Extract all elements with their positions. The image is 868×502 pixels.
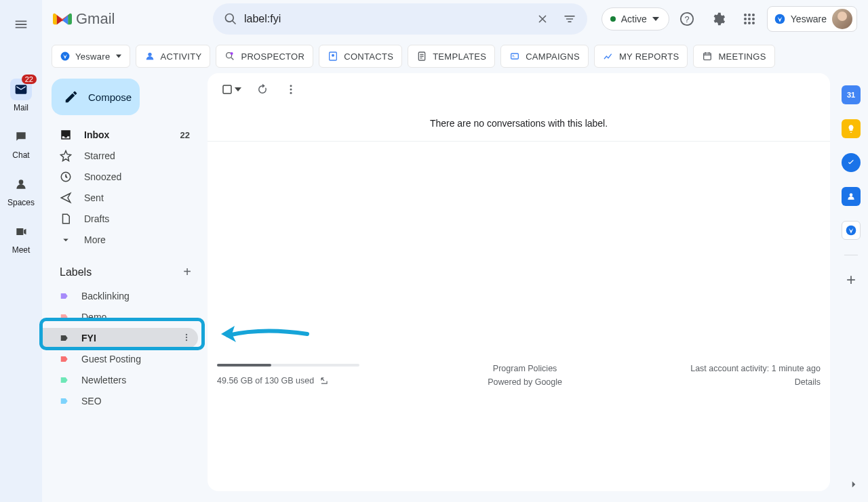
main-menu-button[interactable] [5,8,37,41]
chevron-down-icon [652,16,659,22]
status-label: Active [621,14,647,24]
search-input[interactable] [244,13,529,25]
label-item-seo[interactable]: SEO [42,391,198,411]
campaigns-button[interactable]: CAMPAIGNS [500,45,589,68]
chip-label: PROSPECTOR [241,51,304,62]
hamburger-icon [14,17,28,32]
sent-icon [60,192,72,204]
more-vert-icon [285,83,297,96]
nav-inbox[interactable]: Inbox 22 [42,125,198,145]
rail-item-meet[interactable]: Meet [0,221,42,255]
label-item-fyi[interactable]: FYI [42,328,198,348]
storage-text: 49.56 GB of 130 GB used [217,376,314,385]
nav-sent[interactable]: Sent [42,188,198,208]
svg-point-6 [748,18,751,20]
open-external-icon[interactable] [319,376,329,385]
svg-point-23 [186,336,187,337]
yesware-icon [60,51,70,61]
gmail-logo[interactable]: Gmail [53,10,208,28]
label-item-newletters[interactable]: Newletters [42,370,198,390]
rail-label: Mail [14,103,28,112]
chevron-down-icon [116,54,121,59]
nav-label: More [84,234,106,245]
label-name: Backlinking [81,291,130,301]
label-name: Guest Posting [81,354,141,364]
inbox-count: 22 [180,130,190,140]
yesware-logo-icon [774,14,785,24]
svg-point-29 [850,193,853,196]
meetings-button[interactable]: MEETINGS [693,45,774,68]
keep-icon [846,124,856,133]
account-avatar[interactable] [832,9,852,29]
tasks-app-button[interactable] [842,153,861,172]
label-tag-icon [60,354,69,364]
label-more-button[interactable] [182,333,191,344]
rail-item-spaces[interactable]: Spaces [0,173,42,207]
settings-button[interactable] [705,5,732,33]
more-actions-button[interactable] [279,78,302,101]
program-policies-link[interactable]: Program Policies [493,364,557,373]
prospector-icon [224,51,235,62]
chevron-down-icon [235,86,241,93]
chip-label: CONTACTS [344,51,393,62]
svg-point-30 [846,226,856,236]
my-reports-button[interactable]: MY REPORTS [594,45,688,68]
svg-rect-20 [704,53,711,60]
status-chip[interactable]: Active [601,7,669,30]
activity-icon [144,51,155,62]
powered-by-text: Powered by Google [488,377,562,387]
collapse-panel-button[interactable] [848,478,860,493]
keep-app-button[interactable] [842,119,861,138]
yesware-menu-button[interactable]: Yesware [52,45,130,68]
nav-label: Drafts [84,213,109,224]
nav-label: Sent [84,192,104,203]
add-label-button[interactable]: + [183,264,191,280]
label-tag-icon [60,396,69,406]
prospector-button[interactable]: PROSPECTOR [216,45,313,68]
nav-starred[interactable]: Starred [42,146,198,166]
svg-point-28 [290,91,292,93]
nav-drafts[interactable]: Drafts [42,209,198,229]
compose-button[interactable]: Compose [52,79,140,115]
label-tag-icon [60,375,69,385]
rail-label: Meet [12,245,31,255]
contacts-button[interactable]: CONTACTS [319,45,402,68]
yesware-account-chip[interactable]: Yesware [767,6,857,32]
checkbox-icon [221,83,233,96]
clear-search-button[interactable] [529,5,556,33]
svg-point-12 [61,52,70,61]
select-all-checkbox[interactable] [217,79,245,100]
yesware-brand-label: Yesware [791,14,827,24]
label-item-backlinking[interactable]: Backlinking [42,286,198,306]
rail-item-chat[interactable]: Chat [0,126,42,160]
rail-item-mail[interactable]: 22 Mail [0,79,42,112]
storage-bar [217,364,359,367]
search-bar[interactable] [213,3,587,35]
campaigns-icon [509,51,520,62]
nav-more[interactable]: More [42,230,198,250]
nav-label: Snoozed [84,171,121,182]
add-panel-app-button[interactable]: + [846,270,856,289]
label-tag-icon [60,312,69,322]
yesware-panel-button[interactable] [842,221,861,240]
details-link[interactable]: Details [795,377,821,387]
nav-snoozed[interactable]: Snoozed [42,167,198,187]
svg-point-22 [186,333,187,335]
apps-button[interactable] [736,5,763,33]
svg-rect-19 [511,54,519,59]
rail-label: Chat [12,150,29,160]
templates-button[interactable]: TEMPLATES [408,45,495,68]
contacts-app-button[interactable] [842,187,861,206]
search-icon[interactable] [217,5,244,33]
labels-heading: Labels [60,266,92,278]
label-item-guest-posting[interactable]: Guest Posting [42,349,198,369]
reports-icon [603,51,614,62]
refresh-button[interactable] [251,78,274,101]
calendar-app-button[interactable]: 31 [842,85,861,104]
label-item-demo[interactable]: Demo [42,307,198,327]
activity-button[interactable]: ACTIVITY [136,45,211,68]
search-options-button[interactable] [556,5,583,33]
gmail-logo-icon [53,12,72,26]
svg-point-8 [744,22,747,24]
support-button[interactable]: ? [673,5,701,33]
